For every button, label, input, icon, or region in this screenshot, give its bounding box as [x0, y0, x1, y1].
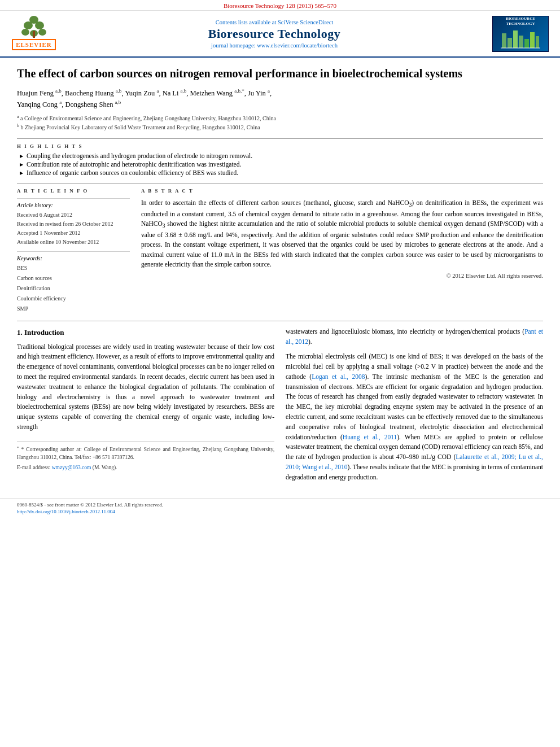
article-info-abstract: A R T I C L E I N F O Article history: R… [17, 188, 543, 314]
highlight-item-1: Coupling the electrogenesis and hydrogen… [20, 152, 543, 159]
svg-rect-10 [519, 36, 523, 48]
intro-section: 1. Introduction Traditional biological p… [17, 327, 543, 487]
info-divider-1 [17, 198, 130, 199]
svg-rect-8 [508, 38, 512, 48]
abstract-body: In order to ascertain the effects of dif… [141, 199, 543, 267]
keywords-list: BES Carbon sources Denitrification Coulo… [17, 263, 130, 314]
ref-huang: Huang et al., 2011 [343, 434, 397, 440]
intro-para-2: wastewaters and lignocellulosic biomass,… [286, 327, 543, 347]
elsevier-label: ELSEVIER [12, 39, 56, 50]
keyword-3: Denitrification [17, 283, 130, 294]
article-info-col: A R T I C L E I N F O Article history: R… [17, 188, 130, 314]
citation-text: Bioresource Technology 128 (2013) 565–57… [224, 2, 336, 9]
paper-title: The effect of carbon sources on nitrogen… [17, 66, 543, 81]
highlights-section: H I G H L I G H T S Coupling the electro… [17, 143, 543, 176]
abstract-label: A B S T R A C T [141, 188, 543, 194]
footer-doi: http://dx.doi.org/10.1016/j.biortech.201… [17, 509, 543, 514]
journal-header: ELSEVIER Contents lists available at Sci… [0, 11, 560, 58]
email-label: E-mail address: [17, 465, 52, 470]
journal-homepage: journal homepage: www.elsevier.com/locat… [62, 42, 487, 49]
footnote-email: E-mail address: wmzyy@163.com (M. Wang). [17, 464, 274, 471]
affiliations: a a College of Environmental Science and… [17, 113, 543, 132]
abstract-col: A B S T R A C T In order to ascertain th… [141, 188, 543, 314]
received-date: Received 6 August 2012 [17, 211, 130, 220]
svg-rect-6 [33, 31, 35, 38]
body-col-right: wastewaters and lignocellulosic biomass,… [286, 327, 543, 487]
affiliation-b: b b Zhejiang Provincial Key Laboratory o… [17, 123, 543, 132]
history-label: Article history: [17, 202, 130, 208]
bioresource-logo-box: BIORESOURCETECHNOLOGY [492, 16, 549, 52]
elsevier-tree-icon [20, 15, 48, 39]
affiliation-a: a a College of Environmental Science and… [17, 113, 543, 123]
divider-1 [17, 138, 543, 139]
footer-doi-link[interactable]: http://dx.doi.org/10.1016/j.biortech.201… [17, 509, 115, 514]
revised-date: Received in revised form 26 October 2012 [17, 220, 130, 229]
sciverse-link: Contents lists available at SciVerse Sci… [62, 19, 487, 25]
ref-lalaurette: Lalaurette et al., 2009; Lu et al., 2010… [286, 453, 543, 470]
intro-para-3: The microbial electrolysis cell (MEC) is… [286, 352, 543, 483]
elsevier-logo: ELSEVIER [11, 15, 56, 52]
article-info-label: A R T I C L E I N F O [17, 188, 130, 194]
sciverse-name: SciVerse ScienceDirect [278, 19, 333, 25]
svg-point-1 [24, 21, 33, 29]
authors-text: Huajun Feng a,b, Baocheng Huang a,b, Yuq… [17, 89, 272, 108]
intro-para-1: Traditional biological processes are wid… [17, 342, 274, 433]
email-link[interactable]: wmzyy@163.com [52, 465, 91, 470]
abstract-copyright: © 2012 Elsevier Ltd. All rights reserved… [141, 273, 543, 279]
page-footer: 0960-8524/$ - see front matter © 2012 El… [0, 499, 560, 518]
highlights-label: H I G H L I G H T S [17, 143, 543, 149]
keyword-5: SMP [17, 304, 130, 314]
svg-rect-13 [536, 36, 539, 48]
keyword-1: BES [17, 263, 130, 273]
svg-rect-7 [502, 33, 506, 48]
article-dates: Received 6 August 2012 Received in revis… [17, 211, 130, 247]
svg-rect-11 [524, 39, 529, 48]
keywords-label: Keywords: [17, 255, 130, 261]
divider-3 [17, 321, 543, 321]
citation-bar: Bioresource Technology 128 (2013) 565–57… [0, 0, 560, 11]
svg-rect-9 [513, 30, 518, 48]
svg-point-5 [38, 29, 46, 36]
ref-logan: Logan et al., 2008 [312, 373, 365, 380]
keyword-2: Carbon sources [17, 273, 130, 283]
bioresource-chart-icon [501, 28, 540, 49]
homepage-label: journal homepage: www.elsevier.com/locat… [211, 42, 338, 49]
authors-line: Huajun Feng a,b, Baocheng Huang a,b, Yuq… [17, 88, 543, 110]
highlights-list: Coupling the electrogenesis and hydrogen… [17, 152, 543, 176]
journal-header-center: Contents lists available at SciVerse Sci… [56, 19, 492, 49]
footer-issn: 0960-8524/$ - see front matter © 2012 El… [17, 502, 543, 508]
highlight-item-2: Contribution rate of autotrophic and het… [20, 161, 543, 168]
abstract-text: In order to ascertain the effects of dif… [141, 198, 543, 269]
svg-rect-12 [530, 32, 535, 48]
ref-pant: Pant et al., 2012 [286, 328, 543, 345]
info-divider-2 [17, 251, 130, 252]
contents-note: Contents lists available at [216, 19, 277, 25]
footnote-corresponding: * * Corresponding author at: College of … [17, 445, 274, 462]
bioresource-label: BIORESOURCETECHNOLOGY [495, 16, 546, 51]
accepted-date: Accepted 1 November 2012 [17, 229, 130, 238]
body-col-left: 1. Introduction Traditional biological p… [17, 327, 274, 487]
available-date: Available online 10 November 2012 [17, 238, 130, 247]
highlight-item-3: Influence of organic carbon sources on c… [20, 169, 543, 176]
svg-point-2 [35, 21, 44, 29]
body-columns: 1. Introduction Traditional biological p… [17, 327, 543, 487]
svg-point-3 [21, 29, 29, 36]
keyword-4: Coulombic efficiency [17, 294, 130, 304]
main-content: The effect of carbon sources on nitrogen… [0, 58, 560, 493]
footnotes-section: * * Corresponding author at: College of … [17, 441, 274, 471]
divider-2 [17, 183, 543, 184]
email-note: (M. Wang). [91, 465, 117, 470]
journal-title: Bioresource Technology [62, 27, 487, 41]
intro-heading: 1. Introduction [17, 327, 274, 338]
